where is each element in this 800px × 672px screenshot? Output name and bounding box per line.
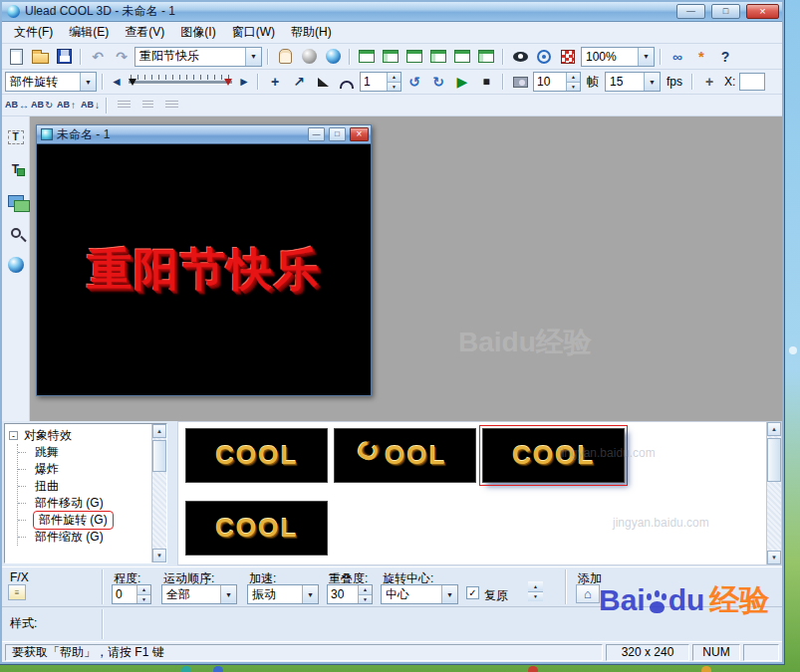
align-center-button[interactable] — [136, 96, 158, 115]
effect-combo[interactable]: 部件旋转 ▼ — [5, 72, 97, 92]
menu-help[interactable]: 帮助(H) — [283, 22, 340, 43]
tree-item-label[interactable]: 部件缩放 (G) — [33, 529, 106, 546]
tree-item-part-move[interactable]: 部件移动 (G) — [18, 495, 151, 512]
preset-thumbnail-4[interactable]: COOL — [185, 501, 328, 556]
scroll-down-button[interactable]: ▼ — [767, 551, 781, 564]
object-mode-button[interactable] — [5, 254, 27, 275]
panel-layout-button-4[interactable] — [427, 47, 449, 67]
save-button[interactable] — [53, 47, 75, 67]
document-minimize-button[interactable]: — — [308, 127, 325, 141]
timeline-slider[interactable] — [129, 75, 232, 89]
tree-item-label[interactable]: 爆炸 — [33, 461, 61, 478]
panel-layout-button-6[interactable] — [475, 47, 497, 67]
restore-label[interactable]: 复原 — [484, 587, 508, 604]
tree-item-label[interactable]: 扭曲 — [33, 478, 61, 495]
new-document-button[interactable] — [5, 47, 27, 67]
spin-down-button[interactable]: ▼ — [388, 82, 400, 92]
scroll-track[interactable] — [152, 438, 166, 549]
wireframe-mode-button[interactable] — [298, 47, 320, 67]
insert-graphics-button[interactable] — [5, 190, 27, 211]
preset-thumbnail-2[interactable]: COOL — [334, 428, 476, 483]
stepper-down-button[interactable]: ▼ — [528, 591, 543, 602]
tree-item-part-scale[interactable]: 部件缩放 (G) — [18, 529, 151, 546]
lower-text-button[interactable]: AB↓ — [79, 96, 101, 115]
pan-tool-button[interactable] — [274, 47, 296, 67]
spin-down-button[interactable]: ▼ — [567, 82, 580, 92]
maximize-button[interactable]: □ — [711, 4, 740, 19]
tree-item-twist[interactable]: 扭曲 — [18, 478, 151, 495]
preset-thumbnail-3-selected[interactable]: COOL — [482, 428, 625, 483]
tree-item-label[interactable]: 跳舞 — [33, 444, 61, 461]
play-button[interactable]: ▶ — [451, 72, 473, 92]
link-button[interactable]: ∞ — [667, 47, 688, 67]
x-coordinate-field[interactable] — [739, 73, 765, 91]
rotate-cw-button[interactable]: ↻ — [427, 72, 449, 92]
stepper-up-button[interactable]: ▲ — [528, 581, 543, 591]
overlap-spinbox[interactable]: 30 ▲ ▼ — [327, 584, 373, 604]
tree-collapse-icon[interactable]: - — [9, 431, 18, 440]
rotate-ccw-button[interactable]: ↺ — [403, 72, 425, 92]
menu-view[interactable]: 查看(V) — [117, 22, 172, 43]
panel-layout-button-2[interactable] — [380, 47, 401, 67]
tree-root-row[interactable]: - 对象特效 — [9, 427, 151, 444]
export-animation-button[interactable] — [509, 72, 531, 92]
context-help-button[interactable]: ? — [714, 47, 736, 67]
shear-object-button[interactable] — [312, 72, 334, 92]
tree-item-label-highlighted[interactable]: 部件旋转 (G) — [33, 511, 114, 530]
spin-down-button[interactable]: ▼ — [359, 594, 372, 604]
scroll-thumb[interactable] — [152, 440, 166, 472]
preset-thumbnail-1[interactable]: COOL — [185, 428, 328, 483]
menu-window[interactable]: 窗口(W) — [224, 22, 283, 43]
zoom-combo-dropdown[interactable]: ▼ — [638, 48, 654, 66]
text-style-combo[interactable]: 重阳节快乐 ▼ — [134, 47, 262, 67]
timeline-handle-start[interactable] — [129, 79, 136, 86]
titlebar[interactable]: Ulead COOL 3D - 未命名 - 1 — □ × — [2, 2, 782, 22]
scroll-track[interactable] — [767, 436, 781, 551]
tree-root-label[interactable]: 对象特效 — [22, 427, 74, 444]
tree-item-dance[interactable]: 跳舞 — [18, 444, 151, 461]
texture-button[interactable] — [557, 47, 579, 67]
document-titlebar[interactable]: 未命名 - 1 — □ × — [37, 125, 371, 144]
acceleration-dropdown[interactable]: ▼ — [302, 585, 318, 603]
open-button[interactable] — [29, 47, 51, 67]
fps-combo-dropdown[interactable]: ▼ — [644, 73, 660, 91]
motion-order-combo[interactable]: 全部 ▼ — [161, 584, 237, 604]
spin-down-button[interactable]: ▼ — [137, 594, 150, 604]
scale-object-button[interactable]: ↗ — [288, 72, 310, 92]
timeline-start-button[interactable]: ◄ — [109, 72, 125, 92]
text-style-combo-dropdown[interactable]: ▼ — [245, 48, 261, 66]
preview-button[interactable] — [509, 47, 531, 67]
spin-up-button[interactable]: ▲ — [388, 73, 400, 82]
close-button[interactable]: × — [746, 4, 779, 19]
menu-edit[interactable]: 编辑(E) — [61, 22, 117, 43]
tree-item-label[interactable]: 部件移动 (G) — [33, 495, 106, 512]
move-object-button[interactable]: + — [264, 72, 286, 92]
align-right-button[interactable] — [160, 96, 182, 115]
timeline-end-button[interactable]: ► — [236, 72, 252, 92]
stop-button[interactable]: ■ — [475, 72, 497, 92]
acceleration-combo[interactable]: 振动 ▼ — [247, 584, 319, 604]
rotation-center-dropdown[interactable]: ▼ — [441, 585, 457, 603]
scroll-thumb[interactable] — [767, 438, 781, 482]
canvas-3d-text[interactable]: 重阳节快乐 — [87, 240, 321, 300]
scroll-up-button[interactable]: ▲ — [152, 424, 166, 438]
render-mode-button[interactable] — [322, 47, 344, 67]
scroll-down-button[interactable]: ▼ — [152, 549, 166, 562]
redo-button[interactable]: ↷ — [111, 47, 133, 67]
rotation-center-combo[interactable]: 中心 ▼ — [381, 584, 458, 604]
panel-layout-button-1[interactable] — [356, 47, 378, 67]
document-window[interactable]: 未命名 - 1 — □ × 重阳节快乐 — [36, 124, 372, 396]
document-close-button[interactable]: × — [350, 127, 369, 141]
plugin-button[interactable]: * — [690, 47, 712, 67]
tree-scrollbar[interactable]: ▲ ▼ — [151, 424, 166, 562]
add-effect-button[interactable]: ⌂ — [576, 584, 600, 603]
render-scene-button[interactable] — [533, 47, 555, 67]
edit-text-button[interactable]: T — [5, 158, 27, 179]
kern-text-button[interactable]: AB↔ — [5, 96, 29, 115]
minimize-button[interactable]: — — [676, 4, 705, 19]
undo-button[interactable]: ↶ — [87, 47, 109, 67]
fx-button[interactable]: ≡ — [8, 584, 26, 600]
render-canvas[interactable]: 重阳节快乐 — [37, 144, 371, 395]
tree-item-part-rotate[interactable]: 部件旋转 (G) — [18, 512, 151, 529]
effect-combo-dropdown[interactable]: ▼ — [80, 73, 96, 91]
